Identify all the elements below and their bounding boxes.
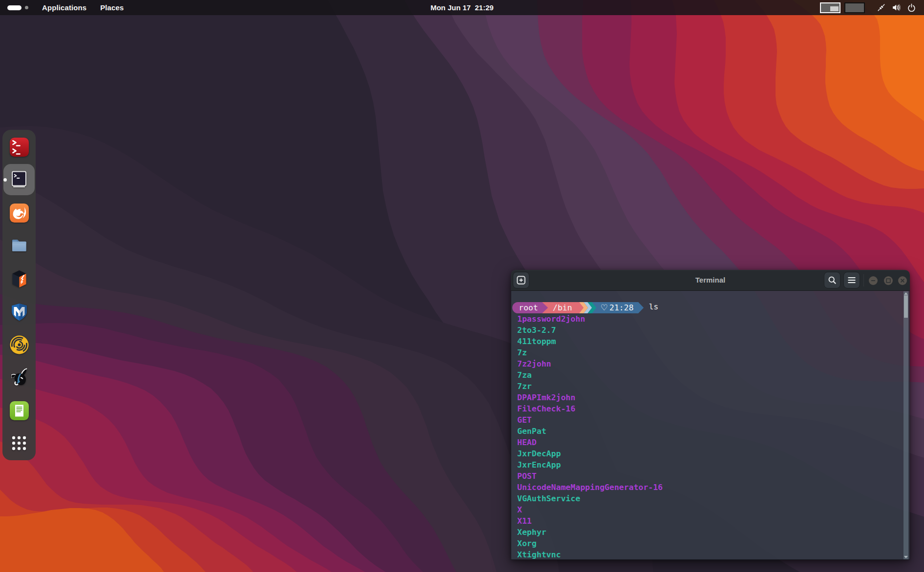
metasploit-icon xyxy=(9,302,29,322)
file-row: JxrEncApp xyxy=(517,459,663,470)
system-tray xyxy=(820,0,924,15)
prompt-user-segment: root xyxy=(512,302,542,313)
workspace-preview-2[interactable] xyxy=(844,2,865,13)
close-icon xyxy=(898,276,907,285)
scrollbar[interactable] xyxy=(903,291,908,559)
close-button[interactable] xyxy=(898,276,907,285)
file-row: GenPat xyxy=(517,426,663,437)
hamburger-menu-icon xyxy=(847,275,857,285)
typed-command: ls xyxy=(649,302,658,313)
terminal-window: Terminal r xyxy=(511,270,910,560)
heart-icon: ♡ xyxy=(601,303,608,312)
top-bar: Applications Places Mon Jun 17 21:29 xyxy=(0,0,924,15)
power-icon[interactable] xyxy=(907,3,916,12)
mini-window xyxy=(830,6,839,11)
file-row: VGAuthService xyxy=(517,493,663,504)
file-row: Xorg xyxy=(517,538,663,549)
volume-icon[interactable] xyxy=(892,3,901,12)
dock-item-terminal[interactable] xyxy=(2,164,36,195)
dock xyxy=(2,130,36,460)
faraday-icon xyxy=(9,335,29,355)
running-indicator-dot xyxy=(3,178,7,182)
terminal-icon xyxy=(9,170,29,189)
terminal-body[interactable]: root /bin ♡21:28 ls 1password2john2to3-2… xyxy=(511,291,910,560)
show-applications-icon xyxy=(9,433,29,453)
file-row: 7zr xyxy=(517,381,663,392)
workspace-preview-1[interactable] xyxy=(820,2,840,13)
clock[interactable]: Mon Jun 17 21:29 xyxy=(0,3,924,12)
dock-item-firefox[interactable] xyxy=(2,197,36,228)
applications-menu[interactable]: Applications xyxy=(35,0,93,15)
file-row: 2to3-2.7 xyxy=(517,325,663,336)
file-row: HEAD xyxy=(517,437,663,448)
powerline-separator-2 xyxy=(578,302,596,313)
file-row: 7z2john xyxy=(517,358,663,369)
dock-item-root-terminal[interactable] xyxy=(2,131,36,163)
workspace-pill-active[interactable] xyxy=(7,5,21,10)
dock-item-cherrytree[interactable] xyxy=(2,395,36,426)
file-row: 1password2john xyxy=(517,313,663,325)
new-tab-button[interactable] xyxy=(513,272,529,288)
minimize-button[interactable] xyxy=(869,276,878,285)
places-menu[interactable]: Places xyxy=(93,0,130,15)
file-row: X xyxy=(517,504,663,515)
root-terminal-icon xyxy=(9,137,29,157)
minimize-icon xyxy=(869,276,878,285)
file-row: JxrDecApp xyxy=(517,448,663,459)
file-listing: 1password2john2to3-2.7411toppm7z7z2john7… xyxy=(517,313,663,560)
maximize-icon xyxy=(884,276,893,285)
file-row: FileCheck-16 xyxy=(517,403,663,414)
file-row: X11 xyxy=(517,515,663,527)
burpsuite-icon xyxy=(9,269,29,289)
network-icon[interactable] xyxy=(877,3,885,12)
desktop: Applications Places Mon Jun 17 21:29 xyxy=(0,0,924,572)
workspace-dot[interactable] xyxy=(25,6,28,9)
cherrytree-icon xyxy=(9,401,29,421)
scrollbar-thumb[interactable] xyxy=(904,295,908,318)
file-row: UnicodeNameMappingGenerator-16 xyxy=(517,482,663,493)
maximize-button[interactable] xyxy=(884,276,893,285)
dock-item-beef[interactable] xyxy=(2,362,36,393)
firefox-icon xyxy=(9,203,29,223)
scroll-down-arrow[interactable] xyxy=(904,556,908,558)
prompt-time-segment: ♡21:28 xyxy=(596,302,639,313)
file-row: DPAPImk2john xyxy=(517,392,663,403)
scroll-up-arrow[interactable] xyxy=(904,292,908,295)
dock-item-metasploit[interactable] xyxy=(2,296,36,327)
file-row: 7z xyxy=(517,347,663,358)
search-button[interactable] xyxy=(824,272,840,288)
beef-icon xyxy=(9,367,29,388)
workspace-indicator[interactable] xyxy=(7,5,28,10)
powerline-separator-1 xyxy=(542,302,548,313)
search-icon xyxy=(827,275,837,285)
file-row: 411toppm xyxy=(517,336,663,347)
file-row: Xtightvnc xyxy=(517,549,663,560)
file-row: POST xyxy=(517,470,663,482)
dock-item-burpsuite[interactable] xyxy=(2,263,36,294)
dock-item-faraday[interactable] xyxy=(2,329,36,360)
file-row: Xephyr xyxy=(517,527,663,538)
new-tab-icon xyxy=(516,275,526,285)
dock-item-files[interactable] xyxy=(2,230,36,261)
file-row: 7za xyxy=(517,369,663,381)
menu-button[interactable] xyxy=(843,272,860,288)
prompt-time: 21:28 xyxy=(609,303,634,312)
powerline-separator-3 xyxy=(638,302,644,313)
files-icon xyxy=(9,236,29,256)
file-row: GET xyxy=(517,414,663,426)
header-separator xyxy=(863,274,864,286)
terminal-header[interactable]: Terminal xyxy=(511,270,910,291)
prompt-dir-segment: /bin xyxy=(548,302,578,313)
shell-prompt: root /bin ♡21:28 ls xyxy=(512,302,658,313)
dock-item-show-applications[interactable] xyxy=(2,428,36,459)
